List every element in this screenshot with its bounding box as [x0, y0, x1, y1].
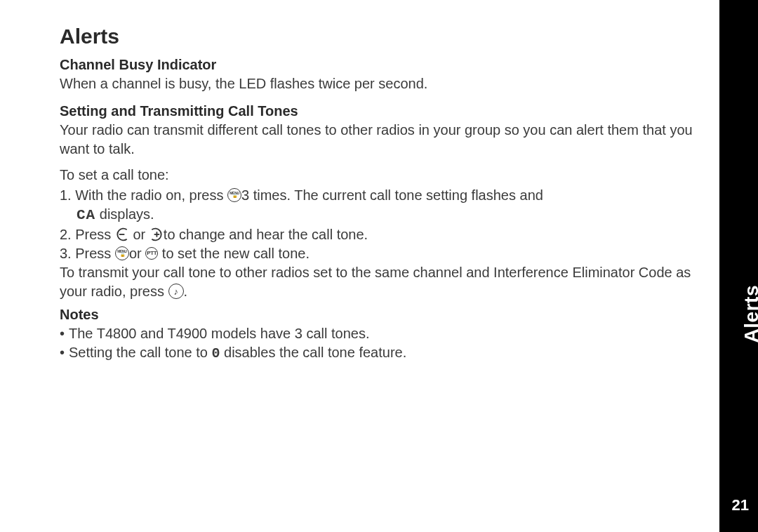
tab-label: Alerts	[740, 285, 758, 343]
lcd-ca-icon: CA	[77, 207, 95, 223]
section-heading-call-tones: Setting and Transmitting Call Tones	[60, 103, 695, 119]
bullet: •	[60, 324, 65, 343]
text-fragment: displays.	[95, 206, 154, 222]
text-fragment: 3. Press	[60, 246, 115, 261]
body-text: To transmit your call tone to other radi…	[60, 263, 695, 301]
body-text: When a channel is busy, the LED flashes …	[60, 74, 695, 93]
side-tab: Alerts 21	[719, 0, 758, 532]
page-title: Alerts	[60, 25, 695, 48]
lock-icon: 🔒	[232, 194, 237, 198]
step-2: 2. Press or to change and hear the call …	[60, 225, 695, 244]
menu-button-icon: MENU🔒	[115, 246, 129, 260]
call-tone-button-icon: ♪	[168, 284, 184, 299]
text-fragment: Setting the call tone to 0 disables the …	[69, 343, 406, 363]
step-3: 3. Press MENU🔒or PTT to set the new call…	[60, 244, 695, 263]
text-fragment: 2. Press	[60, 227, 115, 242]
text-fragment: to change and hear the call tone.	[164, 227, 368, 242]
text-fragment: disables the call tone feature.	[220, 345, 407, 360]
text-fragment: or	[129, 227, 149, 242]
text-fragment: To transmit your call tone to other radi…	[60, 265, 691, 299]
section-heading-channel-busy: Channel Busy Indicator	[60, 57, 695, 73]
page-number: 21	[732, 496, 749, 514]
text-fragment: The T4800 and T4900 models have 3 call t…	[69, 324, 369, 343]
step-1-cont: CA displays.	[60, 205, 695, 225]
text-fragment: to set the new call tone.	[158, 246, 310, 261]
ptt-button-icon: PTT	[145, 247, 158, 260]
note-icon: ♪	[173, 287, 178, 296]
menu-button-icon: MENU🔒	[227, 188, 241, 202]
lcd-zero-icon: 0	[211, 345, 220, 361]
bullet: •	[60, 343, 65, 362]
minus-arrow-icon	[115, 227, 129, 241]
body-text: To set a call tone:	[60, 166, 695, 185]
text-fragment: or	[129, 246, 145, 261]
note-item: • Setting the call tone to 0 disables th…	[60, 343, 695, 363]
lock-icon: 🔒	[120, 253, 125, 257]
ptt-label: PTT	[147, 251, 157, 256]
text-fragment: 1. With the radio on, press	[60, 187, 227, 203]
section-heading-notes: Notes	[60, 307, 695, 323]
plus-arrow-icon	[149, 227, 164, 241]
text-fragment: 3 times. The current call tone setting f…	[241, 187, 543, 203]
text-fragment: .	[184, 284, 188, 299]
step-1: 1. With the radio on, press MENU🔒3 times…	[60, 186, 695, 205]
body-text: Your radio can transmit different call t…	[60, 121, 695, 159]
document-page: Alerts Channel Busy Indicator When a cha…	[0, 0, 758, 532]
note-item: • The T4800 and T4900 models have 3 call…	[60, 324, 695, 343]
content-area: Alerts Channel Busy Indicator When a cha…	[60, 25, 695, 363]
text-fragment: Setting the call tone to	[69, 345, 211, 360]
